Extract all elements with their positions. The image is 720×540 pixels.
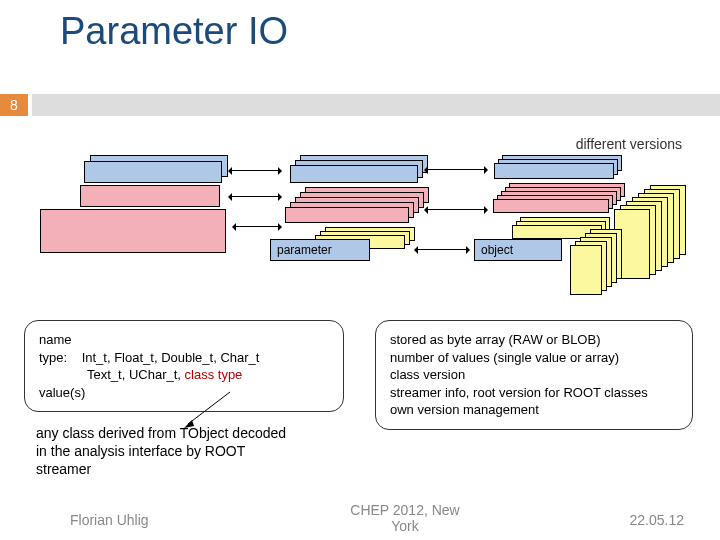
blue-box — [494, 163, 614, 179]
type-label: type: — [39, 350, 67, 365]
arrow-icon — [426, 209, 486, 210]
arrow-icon — [426, 169, 486, 170]
blue-box — [290, 165, 418, 183]
diagram: Generic parameter container parameter ob… — [20, 155, 700, 315]
parameter-label: parameter — [271, 240, 369, 260]
pink-box — [285, 207, 409, 223]
type-line-2: Text_t, UChar_t, class type — [39, 366, 329, 384]
class-type: class type — [185, 367, 243, 382]
type-list-2: Text_t, UChar_t, — [87, 367, 185, 382]
footer-conference: CHEP 2012, New York — [340, 502, 470, 534]
footer-author: Florian Uhlig — [70, 512, 149, 528]
footer-date: 22.05.12 — [630, 512, 685, 528]
arrow-icon — [230, 196, 280, 197]
page-number: 8 — [0, 94, 28, 116]
pink-box — [80, 185, 220, 207]
stored-as-box: stored as byte array (RAW or BLOB) numbe… — [375, 320, 693, 430]
tobject-note: any class derived from TObject decoded i… — [36, 424, 296, 479]
header-bar — [32, 94, 720, 116]
dr-l4: streamer info, root version for ROOT cla… — [390, 384, 678, 402]
versions-label: different versions — [576, 136, 682, 152]
parameter-box: parameter — [270, 239, 370, 261]
arrow-icon — [230, 170, 280, 171]
arrow-icon — [416, 249, 468, 250]
dr-l5: own version management — [390, 401, 678, 419]
yellow-box — [570, 245, 602, 295]
arrow-icon — [234, 226, 280, 227]
name-line: name — [39, 331, 329, 349]
dr-l3: class version — [390, 366, 678, 384]
type-list-1: Int_t, Float_t, Double_t, Char_t — [82, 350, 260, 365]
dr-l1: stored as byte array (RAW or BLOB) — [390, 331, 678, 349]
svg-line-0 — [188, 392, 230, 424]
blue-box — [84, 161, 222, 183]
pink-box — [493, 199, 609, 213]
dr-l2: number of values (single value or array) — [390, 349, 678, 367]
object-box: object — [474, 239, 562, 261]
object-label: object — [475, 240, 561, 260]
pink-box — [40, 209, 226, 253]
type-line: type: Int_t, Float_t, Double_t, Char_t — [39, 349, 329, 367]
slide-title: Parameter IO — [60, 10, 288, 53]
